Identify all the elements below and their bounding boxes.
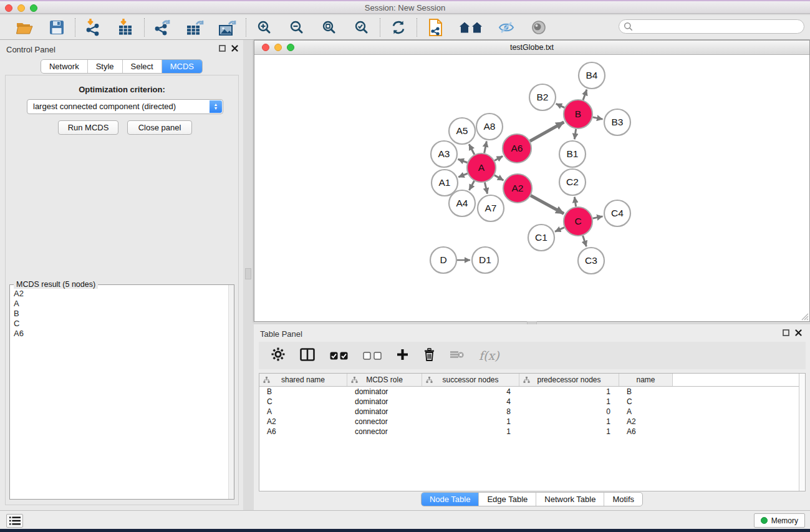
clone-network-button[interactable] <box>425 17 446 37</box>
table-cell[interactable]: 1 <box>519 387 619 397</box>
table-cell[interactable]: 4 <box>422 397 519 407</box>
table-cell[interactable]: A <box>259 407 347 417</box>
node-A3[interactable]: A3 <box>431 141 457 167</box>
edge-B-B2[interactable] <box>556 104 565 107</box>
edge-A-A8[interactable] <box>485 142 487 153</box>
delete-column-button[interactable] <box>423 348 435 364</box>
node-C2[interactable]: C2 <box>559 169 586 195</box>
table-cell[interactable]: A <box>619 407 673 417</box>
mcds-result-item[interactable]: A6 <box>10 329 228 339</box>
table-cell[interactable]: B <box>259 387 347 397</box>
first-neighbors-button[interactable] <box>457 17 485 37</box>
column-header-successor-nodes[interactable]: successor nodes <box>422 374 519 386</box>
mcds-result-item[interactable]: A <box>10 299 228 309</box>
table-cell[interactable]: C <box>259 397 347 407</box>
result-scrollbar[interactable] <box>228 285 234 499</box>
export-image-button[interactable] <box>217 17 238 37</box>
memory-button[interactable]: Memory <box>754 513 805 528</box>
tab-motifs[interactable]: Motifs <box>604 493 642 506</box>
tab-select[interactable]: Select <box>123 60 162 73</box>
node-A8[interactable]: A8 <box>476 114 503 140</box>
edge-B-B1[interactable] <box>574 129 576 139</box>
select-all-columns-button[interactable] <box>330 352 348 360</box>
float-panel-icon[interactable] <box>783 329 789 336</box>
table-settings-button[interactable] <box>271 347 285 364</box>
node-A1[interactable]: A1 <box>432 170 458 196</box>
tab-network-table[interactable]: Network Table <box>536 493 604 506</box>
edge-C-C1[interactable] <box>555 228 564 232</box>
table-row[interactable]: Cdominator41C <box>259 397 805 407</box>
table-cell[interactable]: B <box>619 387 673 397</box>
table-cell[interactable]: 8 <box>422 407 519 417</box>
zoom-fit-button[interactable] <box>319 17 340 37</box>
node-B2[interactable]: B2 <box>529 84 556 110</box>
table-cell[interactable]: 4 <box>422 387 519 397</box>
node-A6[interactable]: A6 <box>503 134 531 163</box>
node-B[interactable]: B <box>564 100 592 128</box>
table-cell[interactable]: 1 <box>519 397 619 407</box>
table-cell[interactable]: dominator <box>347 407 422 417</box>
tab-node-table[interactable]: Node Table <box>422 493 480 506</box>
node-A[interactable]: A <box>467 153 496 182</box>
edge-A-A6[interactable] <box>494 156 503 160</box>
table-cell[interactable]: dominator <box>347 387 422 397</box>
create-column-button[interactable] <box>397 349 408 363</box>
table-cell[interactable]: C <box>619 397 673 407</box>
node-C4[interactable]: C4 <box>604 200 630 226</box>
table-cell[interactable]: A2 <box>259 417 347 427</box>
edge-B-B4[interactable] <box>583 90 587 100</box>
node-D[interactable]: D <box>430 247 456 273</box>
edge-A-A3[interactable] <box>458 159 468 162</box>
tab-style[interactable]: Style <box>88 60 123 73</box>
table-cell[interactable]: 1 <box>422 417 519 427</box>
column-header-shared-name[interactable]: shared name <box>259 374 347 386</box>
column-header-predecessor-nodes[interactable]: predecessor nodes <box>519 374 619 386</box>
edge-A-A1[interactable] <box>458 173 468 177</box>
float-panel-icon[interactable] <box>219 45 226 52</box>
node-D1[interactable]: D1 <box>472 247 498 273</box>
save-session-button[interactable] <box>46 17 67 37</box>
table-cell[interactable]: A6 <box>619 427 673 437</box>
column-header-name[interactable]: name <box>619 374 673 386</box>
function-builder-button[interactable]: f(x) <box>479 349 499 362</box>
column-header-mcds-role[interactable]: MCDS role <box>347 374 422 386</box>
mcds-result-item[interactable]: A2 <box>10 289 228 299</box>
network-window-titlebar[interactable]: testGlobe.txt <box>254 41 809 55</box>
hide-selected-button[interactable] <box>496 17 517 37</box>
table-cell[interactable]: 0 <box>519 407 619 417</box>
import-table-button[interactable] <box>115 17 137 37</box>
close-panel-button[interactable]: Close panel <box>127 120 192 135</box>
table-row[interactable]: A6connector11A6 <box>259 427 805 437</box>
export-network-button[interactable] <box>152 17 173 37</box>
node-A7[interactable]: A7 <box>478 195 504 221</box>
zoom-out-button[interactable] <box>286 17 307 37</box>
open-session-button[interactable] <box>14 17 35 37</box>
vertical-splitter[interactable] <box>243 40 254 510</box>
search-input[interactable] <box>619 19 804 34</box>
edge-B-B3[interactable] <box>593 117 603 119</box>
node-C3[interactable]: C3 <box>578 248 604 274</box>
close-panel-icon[interactable] <box>795 329 802 336</box>
vertical-splitter-grip[interactable] <box>245 268 251 279</box>
zoom-in-button[interactable] <box>254 17 275 37</box>
export-table-button[interactable] <box>185 17 206 37</box>
import-network-button[interactable] <box>83 17 104 37</box>
delete-table-button[interactable] <box>450 349 464 362</box>
edge-A6-B[interactable] <box>530 122 564 142</box>
network-canvas[interactable]: B4B2BB3A5A8A6A3B1AA1C2A2A4A7C4CC1DD1C3 <box>254 55 809 321</box>
tab-edge-table[interactable]: Edge Table <box>479 493 536 506</box>
node-B4[interactable]: B4 <box>579 62 605 89</box>
table-cell[interactable]: 1 <box>519 417 619 427</box>
table-row[interactable]: Adominator80A <box>259 407 805 417</box>
window-resize-grip[interactable] <box>800 312 809 321</box>
table-cell[interactable]: A6 <box>259 427 347 437</box>
table-cell[interactable]: connector <box>347 417 422 427</box>
tab-mcds[interactable]: MCDS <box>162 60 202 73</box>
table-scrollbar[interactable] <box>799 374 805 491</box>
edge-A-A5[interactable] <box>469 144 475 155</box>
run-mcds-button[interactable]: Run MCDS <box>58 120 118 135</box>
network-graph[interactable]: B4B2BB3A5A8A6A3B1AA1C2A2A4A7C4CC1DD1C3 <box>254 55 809 321</box>
criterion-dropdown[interactable]: largest connected component (directed) ▲… <box>27 99 223 114</box>
edge-C-C4[interactable] <box>593 216 603 218</box>
show-column-button[interactable] <box>300 348 315 364</box>
